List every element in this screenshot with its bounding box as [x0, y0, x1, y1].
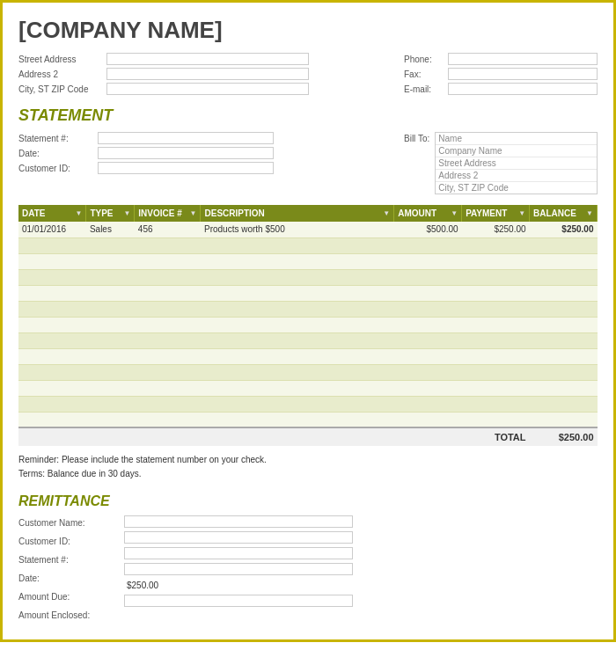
table-header-row: DATE▼ TYPE▼ INVOICE #▼ DESCRIPTION▼ AMOU…: [18, 205, 598, 222]
cell-invoice: [135, 396, 201, 412]
remittance-customer-id-label: Customer ID:: [18, 533, 124, 551]
cell-payment: [462, 237, 530, 253]
remittance-customer-id-input[interactable]: [124, 531, 353, 544]
remittance-statement-number-row: [124, 546, 353, 560]
sort-arrow-invoice: ▼: [190, 209, 197, 217]
cell-invoice: [135, 237, 201, 253]
sort-arrow-amount: ▼: [451, 209, 458, 217]
remittance-amount-due-value: $250.00: [124, 580, 161, 591]
sort-arrow-balance: ▼: [586, 209, 593, 217]
cell-balance: [530, 285, 598, 301]
cell-payment: [462, 412, 530, 427]
bill-to-company: Company Name: [436, 145, 597, 157]
cell-balance: [530, 253, 598, 269]
cell-amount: [394, 317, 462, 332]
cell-balance: [530, 348, 598, 364]
col-header-payment[interactable]: PAYMENT▼: [462, 205, 530, 222]
cell-amount: [394, 412, 462, 427]
remittance-amount-enclosed-input[interactable]: [124, 595, 353, 607]
col-header-balance[interactable]: BALANCE▼: [530, 205, 598, 222]
cell-date: 01/01/2016: [18, 222, 86, 237]
cell-description: [201, 364, 394, 380]
remittance-customer-name-input[interactable]: [124, 515, 353, 528]
fax-row: Fax:: [404, 68, 598, 80]
date-label: Date:: [18, 149, 98, 158]
cell-payment: [462, 332, 530, 348]
email-label: E-mail:: [404, 84, 448, 94]
customer-id-row: Customer ID:: [18, 162, 386, 174]
cell-type: [86, 269, 135, 285]
cell-invoice: [135, 317, 201, 332]
table-row: [18, 269, 598, 285]
table-row: [18, 364, 598, 380]
cell-date: [18, 253, 86, 269]
table-row: [18, 412, 598, 427]
cell-description: [201, 348, 394, 364]
city-state-zip-input[interactable]: [106, 83, 309, 95]
reminder-text: Reminder: Please include the statement n…: [18, 453, 598, 467]
col-header-invoice[interactable]: INVOICE #▼: [135, 205, 201, 222]
phone-input[interactable]: [448, 53, 598, 65]
cell-invoice: [135, 332, 201, 348]
remittance-amount-enclosed-label: Amount Enclosed:: [18, 607, 124, 625]
street-address-input[interactable]: [106, 53, 309, 65]
col-header-amount[interactable]: AMOUNT▼: [394, 205, 462, 222]
cell-amount: [394, 269, 462, 285]
statement-number-input[interactable]: [98, 132, 274, 144]
table-row: [18, 317, 598, 332]
col-header-description[interactable]: DESCRIPTION▼: [201, 205, 394, 222]
bill-to-address2: Address 2: [436, 170, 597, 182]
cell-description: Products worth $500: [201, 222, 394, 237]
cell-amount: [394, 285, 462, 301]
remittance-amount-due-label: Amount Due:: [18, 588, 124, 606]
address-block: Street Address Address 2 City, ST ZIP Co…: [18, 53, 386, 98]
col-header-date[interactable]: DATE▼: [18, 205, 86, 222]
cell-amount: [394, 253, 462, 269]
cell-date: [18, 317, 86, 332]
cell-amount: [394, 237, 462, 253]
sort-arrow-description: ▼: [383, 209, 390, 217]
table-row: [18, 396, 598, 412]
cell-description: [201, 269, 394, 285]
cell-balance: [530, 332, 598, 348]
cell-invoice: [135, 364, 201, 380]
remittance-date-row: [124, 562, 353, 576]
remittance-statement-number-input[interactable]: [124, 547, 353, 559]
cell-date: [18, 237, 86, 253]
customer-id-input[interactable]: [98, 162, 274, 174]
table-row: [18, 332, 598, 348]
bill-to-street: Street Address: [436, 157, 597, 170]
cell-description: [201, 380, 394, 396]
company-name: [COMPANY NAME]: [18, 17, 598, 44]
cell-payment: [462, 317, 530, 332]
cell-date: [18, 285, 86, 301]
data-table: DATE▼ TYPE▼ INVOICE #▼ DESCRIPTION▼ AMOU…: [18, 205, 598, 446]
remittance-date-input[interactable]: [124, 563, 353, 575]
address-row-3: City, ST ZIP Code: [18, 83, 386, 95]
statement-number-row: Statement #:: [18, 132, 386, 144]
cell-balance: [530, 269, 598, 285]
remittance-date-label: Date:: [18, 570, 124, 588]
table-row: [18, 285, 598, 301]
address-row-1: Street Address: [18, 53, 386, 65]
col-header-type[interactable]: TYPE▼: [86, 205, 135, 222]
cell-description: [201, 253, 394, 269]
remittance-customer-name-label: Customer Name:: [18, 515, 124, 532]
total-spacer: [18, 427, 462, 446]
remittance-amount-enclosed-row: [124, 594, 353, 608]
cell-balance: [530, 317, 598, 332]
fax-input[interactable]: [448, 68, 598, 80]
page: [COMPANY NAME] Street Address Address 2 …: [0, 0, 616, 642]
table-body: 01/01/2016Sales456Products worth $500$50…: [18, 222, 598, 427]
cell-type: [86, 253, 135, 269]
city-state-zip-label: City, ST ZIP Code: [18, 84, 106, 94]
cell-balance: [530, 396, 598, 412]
email-input[interactable]: [448, 83, 598, 95]
cell-description: [201, 396, 394, 412]
date-input[interactable]: [98, 147, 274, 159]
cell-payment: [462, 380, 530, 396]
cell-date: [18, 348, 86, 364]
address2-input[interactable]: [106, 68, 309, 80]
cell-invoice: [135, 301, 201, 317]
cell-balance: [530, 301, 598, 317]
